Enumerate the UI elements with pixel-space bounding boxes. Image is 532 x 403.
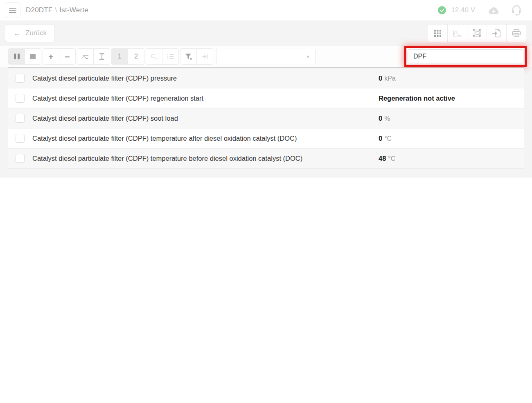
stop-button[interactable] bbox=[25, 48, 41, 65]
row-value: 0°C bbox=[379, 135, 392, 142]
selection-frame-button[interactable] bbox=[467, 24, 487, 42]
row-unit: kPa bbox=[384, 75, 396, 82]
status-ok-check-icon bbox=[438, 6, 446, 14]
channel-select-dropdown[interactable]: ▾ bbox=[216, 49, 316, 64]
export-icon bbox=[492, 29, 501, 38]
row-checkbox[interactable] bbox=[16, 114, 25, 123]
search-input[interactable] bbox=[408, 50, 523, 63]
list-button[interactable] bbox=[162, 48, 179, 65]
row-label: Catalyst diesel particulate filter (CDPF… bbox=[32, 135, 297, 142]
row-checkbox[interactable] bbox=[16, 154, 25, 163]
selection-frame-icon bbox=[473, 29, 482, 38]
headset-icon[interactable] bbox=[512, 5, 521, 16]
print-button[interactable] bbox=[506, 24, 526, 42]
plus-icon: + bbox=[48, 52, 53, 61]
print-icon bbox=[512, 29, 521, 38]
back-arrow-icon: ← bbox=[13, 29, 20, 38]
menu-button[interactable] bbox=[5, 2, 20, 18]
page-1-button[interactable]: 1 bbox=[111, 48, 128, 65]
row-label: Catalyst diesel particulate filter (CDPF… bbox=[32, 95, 203, 102]
jump-to-end-button[interactable] bbox=[196, 48, 213, 65]
smoothing-button[interactable] bbox=[77, 48, 94, 65]
row-label: Catalyst diesel particulate filter (CDPF… bbox=[32, 155, 302, 162]
chart-toolbar: + − 1 bbox=[0, 46, 532, 67]
table-row[interactable]: Catalyst diesel particulate filter (CDPF… bbox=[8, 128, 524, 149]
table-row[interactable]: Catalyst diesel particulate filter (CDPF… bbox=[8, 88, 524, 108]
breadcrumb-separator: \ bbox=[55, 6, 57, 14]
breadcrumb-page: Ist-Werte bbox=[59, 6, 88, 14]
filter-clear-button[interactable] bbox=[180, 48, 197, 65]
row-value: 0% bbox=[379, 115, 390, 122]
list-icon bbox=[167, 54, 174, 59]
back-button[interactable]: ← Zurück bbox=[5, 24, 55, 42]
row-unit: % bbox=[384, 115, 390, 122]
pause-button[interactable] bbox=[8, 48, 25, 65]
pause-icon bbox=[14, 54, 20, 59]
breadcrumb-device: D20DTF bbox=[26, 6, 52, 14]
row-checkbox[interactable] bbox=[16, 134, 25, 143]
fit-height-icon bbox=[99, 53, 105, 60]
table-row[interactable]: Catalyst diesel particulate filter (CDPF… bbox=[8, 108, 524, 128]
table-row[interactable]: Catalyst diesel particulate filter (CDPF… bbox=[8, 149, 524, 169]
top-header: D20DTF\Ist-Werte 12.40 V bbox=[0, 0, 532, 20]
chart-view-button[interactable] bbox=[447, 24, 467, 42]
breadcrumb: D20DTF\Ist-Werte bbox=[26, 6, 88, 14]
row-value: 0kPa bbox=[379, 74, 396, 82]
smoothing-icon bbox=[82, 54, 89, 59]
chart-view-icon bbox=[453, 29, 462, 37]
menu-icon bbox=[9, 8, 16, 13]
minus-icon: − bbox=[65, 52, 70, 61]
back-button-label: Zurück bbox=[25, 29, 47, 37]
fit-height-button[interactable] bbox=[93, 48, 110, 65]
row-unit: °C bbox=[384, 135, 392, 142]
action-bar: ← Zurück bbox=[0, 20, 532, 46]
row-checkbox[interactable] bbox=[16, 74, 25, 83]
row-label: Catalyst diesel particulate filter (CDPF… bbox=[32, 115, 178, 122]
live-values-table: Catalyst diesel particulate filter (CDPF… bbox=[8, 67, 524, 169]
clear-button[interactable]: Cx bbox=[146, 48, 162, 65]
export-button[interactable] bbox=[487, 24, 507, 42]
arrow-to-bar-icon bbox=[201, 54, 208, 59]
clear-icon: Cx bbox=[151, 52, 157, 61]
row-label: Catalyst diesel particulate filter (CDPF… bbox=[32, 74, 177, 82]
row-unit: °C bbox=[388, 155, 395, 162]
row-checkbox[interactable] bbox=[16, 94, 25, 103]
stop-icon bbox=[30, 54, 36, 59]
page-2-button[interactable]: 2 bbox=[128, 48, 144, 65]
annotation-highlight-box bbox=[404, 46, 527, 67]
chevron-down-icon: ▾ bbox=[307, 54, 309, 60]
cloud-download-icon[interactable] bbox=[488, 7, 499, 14]
zoom-out-button[interactable]: − bbox=[59, 48, 76, 65]
filter-clear-icon bbox=[185, 53, 192, 60]
view-toolbar bbox=[428, 24, 526, 42]
row-value: Regeneration not active bbox=[379, 95, 457, 102]
content-section: ← Zurück bbox=[0, 20, 532, 178]
table-row[interactable]: Catalyst diesel particulate filter (CDPF… bbox=[8, 68, 524, 88]
grid-view-icon bbox=[434, 30, 441, 37]
row-value: 48°C bbox=[379, 155, 395, 162]
grid-view-button[interactable] bbox=[428, 24, 448, 42]
battery-voltage: 12.40 V bbox=[451, 6, 475, 14]
zoom-in-button[interactable]: + bbox=[43, 48, 59, 65]
